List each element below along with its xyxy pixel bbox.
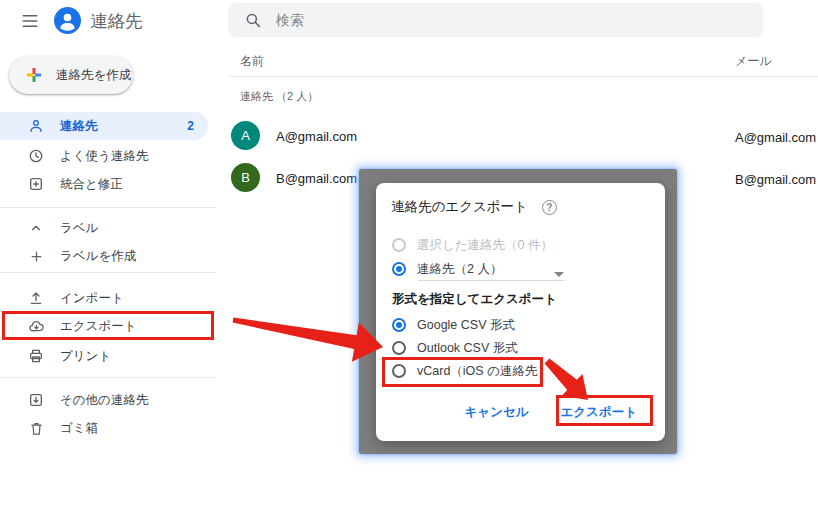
sidebar-item-contacts[interactable]: 連絡先 2 — [0, 112, 208, 140]
sidebar-item-merge-fix[interactable]: 統合と修正 — [0, 170, 208, 198]
column-header-name: 名前 — [240, 53, 264, 70]
search-input[interactable] — [276, 12, 696, 28]
radio-vcard[interactable]: vCard（iOS の連絡先） — [392, 363, 550, 379]
sidebar-item-label: ゴミ箱 — [60, 420, 98, 437]
plus-icon — [27, 247, 45, 265]
sidebar-item-label: その他の連絡先 — [60, 392, 148, 409]
radio-label: Outlook CSV 形式 — [417, 340, 518, 357]
history-clock-icon — [27, 147, 45, 165]
help-icon[interactable]: ? — [542, 200, 557, 215]
avatar[interactable]: A — [231, 121, 260, 150]
search-icon — [244, 11, 262, 29]
dialog-title: 連絡先のエクスポート — [391, 198, 528, 216]
radio-circle-icon — [392, 262, 406, 276]
printer-icon — [27, 347, 45, 365]
sidebar-item-import[interactable]: インポート — [0, 284, 208, 312]
sidebar-item-export[interactable]: エクスポート — [0, 312, 208, 340]
sidebar-item-label: 統合と修正 — [60, 176, 123, 193]
export-dialog: 連絡先のエクスポート ? 選択した連絡先（0 件） 連絡先（2 人） 形式を指定… — [376, 183, 665, 441]
format-heading: 形式を指定してエクスポート — [392, 291, 557, 308]
cloud-download-icon — [27, 317, 45, 335]
radio-circle-icon — [392, 341, 406, 355]
contact-email: B@gmail.com — [735, 172, 816, 187]
sidebar-divider — [0, 207, 216, 208]
radio-circle-icon — [392, 364, 406, 378]
avatar[interactable]: B — [231, 163, 260, 192]
create-contact-label: 連絡先を作成 — [56, 67, 131, 84]
merge-fix-icon — [27, 175, 45, 193]
export-button[interactable]: エクスポート — [561, 404, 637, 421]
cancel-button[interactable]: キャンセル — [465, 404, 529, 421]
column-header-email: メール — [735, 53, 772, 70]
sidebar-item-frequent[interactable]: よく使う連絡先 — [0, 142, 208, 170]
contact-email: A@gmail.com — [735, 130, 816, 145]
radio-outlook-csv[interactable]: Outlook CSV 形式 — [392, 340, 518, 356]
dropdown-underline — [418, 280, 565, 281]
sidebar-item-print[interactable]: プリント — [0, 342, 208, 370]
radio-google-csv[interactable]: Google CSV 形式 — [392, 317, 515, 333]
sidebar-item-label: インポート — [60, 290, 124, 307]
contacts-logo-icon[interactable] — [54, 7, 81, 34]
radio-label: 選択した連絡先（0 件） — [417, 237, 553, 254]
sidebar-divider — [0, 272, 216, 273]
sidebar-divider — [0, 377, 216, 378]
sidebar-item-label: プリント — [60, 348, 111, 365]
sidebar-item-trash[interactable]: ゴミ箱 — [0, 414, 208, 442]
radio-circle-icon — [392, 238, 406, 252]
person-icon — [27, 117, 45, 135]
trash-icon — [27, 419, 45, 437]
app-title: 連絡先 — [90, 9, 143, 33]
sidebar-item-label: エクスポート — [60, 318, 136, 335]
contacts-section-label: 連絡先 （2 人） — [240, 89, 318, 104]
sidebar-item-label: 連絡先 — [60, 118, 98, 135]
labels-section-header: ラベル — [60, 220, 98, 237]
google-plus-icon — [24, 65, 44, 85]
create-contact-button[interactable]: 連絡先を作成 — [9, 56, 133, 94]
search-bar[interactable] — [228, 3, 763, 37]
radio-label: Google CSV 形式 — [417, 317, 515, 334]
sidebar-item-other-contacts[interactable]: その他の連絡先 — [0, 386, 208, 414]
list-header-divider — [228, 76, 818, 77]
contact-name: B@gmail.com — [276, 171, 357, 186]
hamburger-menu-icon[interactable] — [20, 12, 40, 30]
contact-name: A@gmail.com — [276, 129, 357, 144]
contacts-count-badge: 2 — [187, 119, 194, 133]
dropdown-caret-icon[interactable] — [554, 272, 564, 277]
google-contacts-app: 連絡先 連絡先を作成 連絡先 2 よく使う連絡先 統合と修正 — [0, 0, 818, 507]
radio-circle-icon — [392, 318, 406, 332]
sidebar-item-label: よく使う連絡先 — [60, 148, 148, 165]
radio-all-contacts[interactable]: 連絡先（2 人） — [392, 261, 502, 277]
sidebar-item-label: ラベルを作成 — [60, 248, 136, 265]
chevron-up-icon — [27, 219, 45, 237]
upload-icon — [27, 289, 45, 307]
radio-selected-contacts[interactable]: 選択した連絡先（0 件） — [392, 237, 553, 253]
radio-label: vCard（iOS の連絡先） — [417, 363, 550, 380]
sidebar-section-labels[interactable]: ラベル — [0, 214, 208, 242]
radio-label: 連絡先（2 人） — [417, 261, 502, 278]
archive-box-icon — [27, 391, 45, 409]
sidebar-item-create-label[interactable]: ラベルを作成 — [0, 242, 208, 270]
